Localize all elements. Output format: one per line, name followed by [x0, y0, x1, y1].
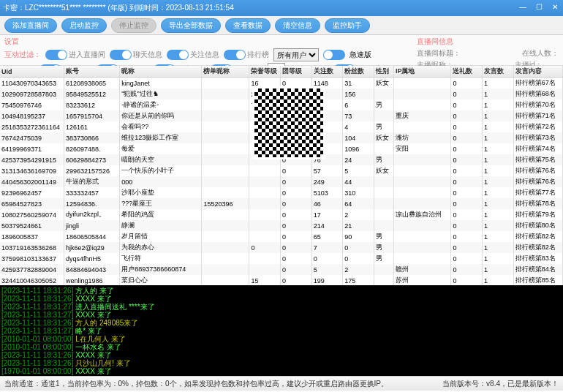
col-acc[interactable]: 账号	[64, 66, 119, 78]
filter-bar: 设置 互动过滤： 进入直播间 聊天信息 关注信息 排行榜 所有用户 急速版 送礼…	[0, 35, 563, 66]
toggle-rank[interactable]	[224, 50, 246, 60]
table-row[interactable]: 50379524661jingli静澜02142101排行榜第80名	[0, 220, 563, 231]
online-label: 在线人数：	[522, 48, 559, 59]
status-bar: 当前通道：通道1，当前掉包率为：0%，掉包数：0个，如果发现掉包数和掉包率过高，…	[0, 376, 563, 391]
toggle-follow[interactable]	[167, 50, 189, 60]
toggle-enter[interactable]	[45, 50, 67, 60]
add-room-button[interactable]: 添加直播间	[4, 18, 57, 33]
assist-button[interactable]: 监控助手	[325, 18, 370, 33]
table-row[interactable]: 103719163536268hjk6e2@iq29为我的赤心0070男01排行…	[0, 242, 563, 253]
status-left: 当前通道：通道1，当前掉包率为：0%，掉包数：0个，如果发现掉包数和掉包率过高，…	[4, 379, 388, 389]
table-row[interactable]: 440456302001149牛逼的形式00002494401排行榜第76名	[0, 176, 563, 187]
stop-monitor-button[interactable]: 停止监控	[111, 18, 156, 33]
col-cont[interactable]: 发言内容	[513, 66, 562, 78]
col-hon[interactable]: 荣誉等级	[249, 66, 281, 78]
user-filter-select[interactable]: 所有用户	[273, 48, 319, 61]
col-mid[interactable]: 榜单昵称	[202, 66, 249, 78]
minimize-icon[interactable]: —	[518, 3, 528, 13]
col-att[interactable]: 关注数	[311, 66, 343, 78]
qr-code-overlay	[252, 86, 325, 159]
window-title: 卡密：LZC********51**** ******** (年版) 到期时间：…	[3, 3, 518, 13]
col-uid[interactable]: Uid	[0, 66, 64, 78]
titlebar: 卡密：LZC********51**** ******** (年版) 到期时间：…	[0, 0, 563, 16]
col-ip[interactable]: IP属地	[393, 66, 451, 78]
col-grp[interactable]: 团等级	[281, 66, 312, 78]
room-title-label: 直播间标题：	[417, 48, 461, 59]
log-console: [2023-11-11 18:31:26] 方人的 来了[2023-11-11 …	[0, 285, 563, 376]
room-info-label: 直播间信息	[417, 37, 453, 47]
maximize-icon[interactable]: ☐	[534, 3, 544, 13]
col-nick[interactable]: 昵称	[120, 66, 202, 78]
table-row[interactable]: 42593778288900484884694043用户889373866608…	[0, 264, 563, 275]
status-right: 当前版本号：v8.4，已是最新版本！	[442, 379, 559, 389]
col-sex[interactable]: 性别	[374, 66, 393, 78]
close-icon[interactable]: ✕	[550, 3, 560, 13]
export-button[interactable]: 导出全部数据	[161, 18, 221, 33]
settings-label: 设置	[4, 37, 19, 47]
toggle-speed[interactable]	[323, 50, 345, 60]
col-fan[interactable]: 粉丝数	[343, 66, 374, 78]
table-row[interactable]: 6598452782312594836.???星座王15520396046640…	[0, 198, 563, 209]
table-row[interactable]: 92396962457333332457沙耶小座垫0510331001排行榜第7…	[0, 187, 563, 198]
toggle-chat[interactable]	[110, 50, 132, 60]
start-monitor-button[interactable]: 启动监控	[61, 18, 107, 33]
data-grid-wrapper: Uid账号昵称榜单昵称荣誉等级团等级关注数粉丝数性别IP属地送礼数发言数发言内容…	[0, 66, 563, 285]
table-row[interactable]: 324410046305052wenling1986菜归心心150199175苏…	[0, 275, 563, 285]
table-row[interactable]: 375998103133637dyqs4fhnH5飞行符000男01排行榜第83…	[0, 253, 563, 264]
col-spk[interactable]: 发言数	[483, 66, 514, 78]
table-row[interactable]: 108027560259074dyifun2kzpl。希阳的鸡蛋0172凉山彝族…	[0, 209, 563, 220]
view-data-button[interactable]: 查看数据	[225, 18, 271, 33]
table-row[interactable]: 313134636169709299632157526一个快乐的小叶子0575妖…	[0, 165, 563, 176]
toolbar: 添加直播间 启动监控 停止监控 导出全部数据 查看数据 清空信息 监控助手	[0, 16, 563, 35]
clear-button[interactable]: 清空信息	[275, 18, 320, 33]
col-gift[interactable]: 送礼数	[451, 66, 483, 78]
filter-label: 互动过滤：	[4, 50, 41, 60]
table-row[interactable]: 189600583718606505844岁月留情06590男01排行榜第82名	[0, 231, 563, 242]
